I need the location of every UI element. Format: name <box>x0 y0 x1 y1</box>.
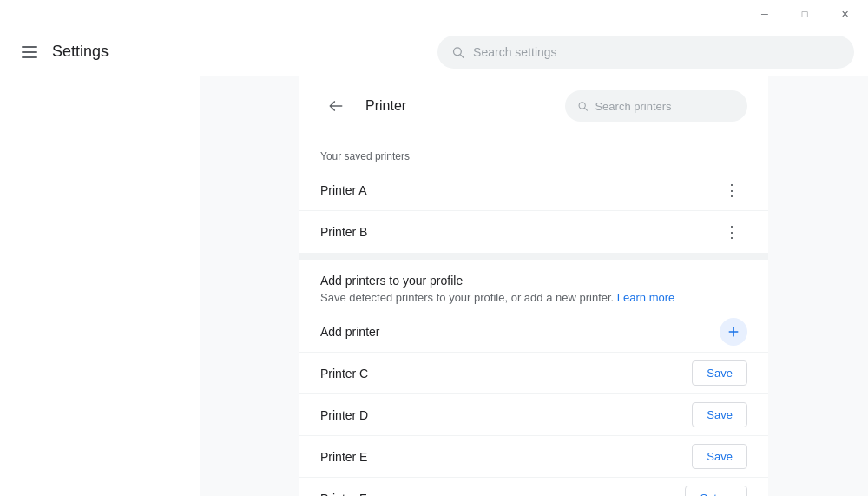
saved-printer-row: Printer B ⋮ <box>299 211 768 253</box>
add-printer-name: Printer E <box>320 450 692 464</box>
printer-panel: Printer Your saved printers Printer A ⋮ … <box>299 76 768 496</box>
settings-search-bar[interactable] <box>437 36 854 69</box>
add-printer-label: Add printer <box>320 325 720 339</box>
settings-search-input[interactable] <box>473 45 840 59</box>
hamburger-icon <box>22 46 37 58</box>
svg-line-1 <box>460 54 463 56</box>
saved-printer-name: Printer A <box>320 183 716 197</box>
saved-printer-name: Printer B <box>320 225 716 239</box>
more-options-button[interactable]: ⋮ <box>716 216 747 248</box>
minimize-button[interactable]: ─ <box>745 0 785 28</box>
plus-icon <box>727 325 740 339</box>
save-printer-button[interactable]: Save <box>692 402 747 427</box>
main-content: Printer Your saved printers Printer A ⋮ … <box>200 76 868 496</box>
learn-more-link[interactable]: Learn more <box>617 291 674 304</box>
close-button[interactable]: ✕ <box>825 0 865 28</box>
add-printer-name: Printer D <box>320 408 692 422</box>
save-printer-button[interactable]: Save <box>692 360 747 386</box>
maximize-button[interactable]: □ <box>785 0 825 28</box>
add-printer-button[interactable] <box>720 318 747 346</box>
printer-search-icon <box>577 100 588 112</box>
add-section-description: Save detected printers to your profile, … <box>320 291 747 304</box>
saved-printers-list: Printer A ⋮ Printer B ⋮ <box>299 169 768 253</box>
settings-title: Settings <box>52 43 108 61</box>
save-printer-button[interactable]: Save <box>692 444 747 469</box>
back-arrow-icon <box>327 97 345 115</box>
sidebar <box>0 76 200 496</box>
add-printer-row-item: Printer E Save <box>299 436 768 478</box>
add-printer-name: Printer C <box>320 367 692 380</box>
section-description: Add printers to your profile Save detect… <box>299 260 768 311</box>
back-button[interactable] <box>320 90 352 122</box>
add-printers-list: Printer C Save Printer D Save Printer E … <box>299 353 768 496</box>
add-printer-row-item: Printer D Save <box>299 394 768 436</box>
add-section-title: Add printers to your profile <box>320 274 747 288</box>
setup-printer-button[interactable]: Set up <box>685 486 747 496</box>
add-printer-name: Printer F <box>320 492 685 497</box>
add-printer-row-item: Printer F Set up <box>299 478 768 496</box>
saved-printers-label: Your saved printers <box>299 136 768 169</box>
printer-search-input[interactable] <box>595 100 735 113</box>
add-printer-row: Add printer <box>299 311 768 353</box>
content-area: Printer Your saved printers Printer A ⋮ … <box>0 76 868 496</box>
add-printer-row-item: Printer C Save <box>299 353 768 394</box>
title-bar: ─ □ ✕ <box>0 0 868 28</box>
saved-printer-row: Printer A ⋮ <box>299 169 768 211</box>
add-section-desc-text: Save detected printers to your profile, … <box>320 291 614 304</box>
add-printers-section: Add printers to your profile Save detect… <box>299 253 768 496</box>
printer-title: Printer <box>365 98 551 114</box>
search-icon <box>451 45 464 59</box>
menu-icon[interactable] <box>14 36 45 68</box>
printer-header: Printer <box>299 76 768 136</box>
printer-search-bar[interactable] <box>565 90 747 122</box>
more-options-button[interactable]: ⋮ <box>716 175 747 206</box>
svg-line-3 <box>585 108 588 110</box>
top-bar: Settings <box>0 28 868 76</box>
